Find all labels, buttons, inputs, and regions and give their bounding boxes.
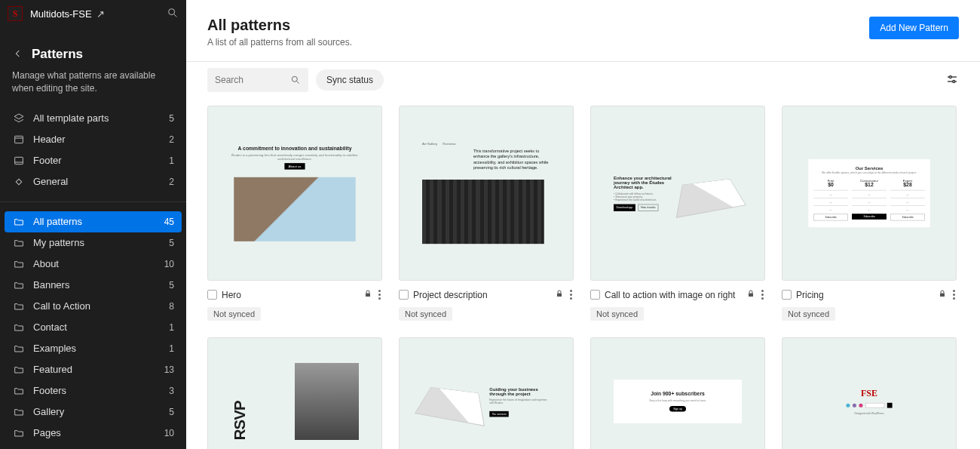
- nav-count: 5: [169, 238, 174, 248]
- sidebar-topbar: Multidots-FSE ↗: [0, 0, 186, 27]
- folder-icon: [12, 363, 26, 377]
- nav-item-gallery[interactable]: Gallery 5: [5, 401, 182, 423]
- pattern-card: A commitment to innovation and sustainab…: [207, 106, 382, 321]
- folder-icon: [12, 384, 26, 398]
- toolbar: Sync status: [186, 62, 980, 103]
- nav-label: Gallery: [33, 406, 64, 417]
- site-name[interactable]: Multidots-FSE: [30, 8, 92, 20]
- nav-item-about[interactable]: About 10: [5, 254, 182, 275]
- svg-rect-3: [15, 136, 23, 143]
- pattern-title[interactable]: Project description: [413, 290, 550, 300]
- lock-icon: [746, 289, 755, 300]
- nav-item-all-patterns[interactable]: All patterns 45: [5, 211, 182, 232]
- nav-label: General: [33, 176, 68, 187]
- nav-item-pages[interactable]: Pages 10: [5, 423, 182, 444]
- sync-status-filter[interactable]: Sync status: [316, 69, 384, 91]
- nav-item-featured[interactable]: Featured 13: [5, 359, 182, 380]
- select-checkbox[interactable]: [590, 290, 600, 300]
- svg-rect-5: [15, 157, 23, 164]
- pattern-title[interactable]: Hero: [222, 290, 359, 300]
- select-checkbox[interactable]: [399, 290, 409, 300]
- nav-item-header[interactable]: Header 2: [0, 129, 186, 150]
- folder-icon: [12, 342, 26, 355]
- sync-status-badge: Not synced: [207, 307, 261, 321]
- svg-rect-15: [557, 294, 562, 297]
- nav-item-all-template-parts[interactable]: All template parts 5: [0, 108, 186, 129]
- svg-point-13: [953, 80, 955, 82]
- pattern-card: FSEDesigned with WordPress: [782, 337, 957, 449]
- nav-count: 13: [164, 364, 174, 375]
- search-field[interactable]: [207, 68, 308, 92]
- nav-label: Header: [33, 134, 66, 145]
- pattern-card: Enhance your architectural journey with …: [590, 106, 765, 321]
- nav-count: 2: [169, 134, 174, 145]
- pattern-thumbnail[interactable]: Art GalleryOverviewThis transformative p…: [399, 106, 574, 281]
- pattern-card: Guiding your business through the projec…: [399, 337, 574, 449]
- patterns-grid: A commitment to innovation and sustainab…: [186, 103, 980, 449]
- svg-line-1: [174, 14, 176, 17]
- svg-rect-17: [940, 294, 945, 297]
- pattern-thumbnail[interactable]: Guiding your business through the projec…: [399, 337, 574, 449]
- nav-template-parts: All template parts 5 Header 2 Footer 1 G…: [0, 105, 186, 195]
- pattern-title[interactable]: Call to action with image on right: [605, 290, 742, 300]
- nav-count: 1: [169, 343, 174, 354]
- folder-icon: [12, 236, 26, 250]
- layers-icon: [12, 112, 26, 125]
- nav-item-general[interactable]: General 2: [0, 171, 186, 192]
- pattern-title[interactable]: Pricing: [796, 290, 933, 300]
- nav-count: 1: [169, 155, 174, 166]
- add-new-pattern-button[interactable]: Add New Pattern: [869, 17, 959, 39]
- site-logo[interactable]: [8, 6, 23, 21]
- more-actions-button[interactable]: [568, 287, 574, 303]
- nav-item-footer[interactable]: Footer 1: [0, 150, 186, 171]
- sidebar-title: Patterns: [32, 47, 83, 62]
- nav-label: Footers: [33, 385, 66, 396]
- folder-icon: [12, 321, 26, 334]
- nav-item-examples[interactable]: Examples 1: [5, 338, 182, 359]
- main: All patterns A list of all patterns from…: [186, 0, 980, 449]
- folder-icon: [12, 278, 26, 292]
- pattern-card: RSVP: [207, 337, 382, 449]
- lock-icon: [363, 289, 372, 300]
- select-checkbox[interactable]: [207, 290, 217, 300]
- nav-count: 3: [169, 386, 174, 396]
- more-actions-button[interactable]: [760, 287, 765, 303]
- external-link-icon[interactable]: ↗: [96, 8, 105, 20]
- pattern-thumbnail[interactable]: A commitment to innovation and sustainab…: [207, 106, 382, 281]
- nav-item-banners[interactable]: Banners 5: [5, 275, 182, 296]
- nav-patterns: All patterns 45 My patterns 5 About 10 B…: [0, 208, 186, 447]
- search-input[interactable]: [215, 75, 290, 85]
- nav-label: Banners: [33, 279, 69, 291]
- nav-count: 1: [169, 322, 174, 333]
- svg-point-12: [949, 75, 951, 78]
- svg-point-0: [169, 8, 175, 14]
- nav-label: My patterns: [33, 237, 84, 248]
- pattern-thumbnail[interactable]: Our ServicesWe offer flexible options, w…: [782, 106, 957, 281]
- nav-count: 2: [169, 177, 174, 187]
- header-icon: [12, 133, 26, 146]
- page-subtitle: A list of all patterns from all sources.: [207, 37, 352, 48]
- filter-icon[interactable]: [945, 72, 959, 88]
- search-icon[interactable]: [167, 7, 179, 21]
- nav-label: Call to Action: [33, 300, 90, 312]
- nav-label: Footer: [33, 155, 62, 166]
- sidebar-header: Patterns: [0, 27, 186, 69]
- pattern-thumbnail[interactable]: Enhance your architectural journey with …: [590, 106, 765, 281]
- nav-item-call-to-action[interactable]: Call to Action 8: [5, 296, 182, 317]
- more-actions-button[interactable]: [377, 287, 382, 303]
- nav-label: About: [33, 258, 59, 269]
- pattern-thumbnail[interactable]: Join 900+ subscribersStay in the loop wi…: [590, 337, 765, 449]
- nav-item-my-patterns[interactable]: My patterns 5: [5, 232, 182, 254]
- select-checkbox[interactable]: [782, 290, 792, 300]
- back-icon[interactable]: [12, 48, 24, 62]
- pattern-thumbnail[interactable]: RSVP: [207, 337, 382, 449]
- pattern-thumbnail[interactable]: FSEDesigned with WordPress: [782, 337, 957, 449]
- pattern-card: Join 900+ subscribersStay in the loop wi…: [590, 337, 765, 449]
- nav-label: Pages: [33, 427, 61, 438]
- nav-item-footers[interactable]: Footers 3: [5, 380, 182, 401]
- lock-icon: [938, 289, 947, 300]
- svg-rect-7: [16, 179, 22, 185]
- nav-item-contact[interactable]: Contact 1: [5, 317, 182, 338]
- more-actions-button[interactable]: [951, 287, 957, 303]
- sync-status-badge: Not synced: [782, 307, 835, 321]
